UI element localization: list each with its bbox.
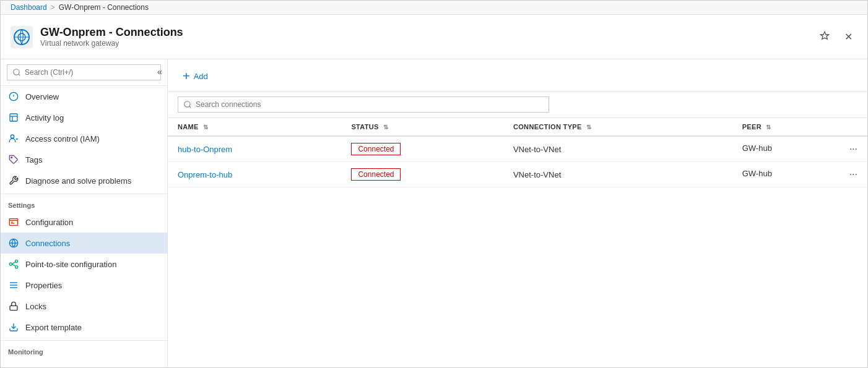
sidebar: « Overview Activity log [1, 59, 168, 367]
pin-button[interactable] [815, 28, 835, 46]
row2-connection-type: VNet-to-VNet [503, 162, 732, 187]
sidebar-item-access-control[interactable]: Access control (IAM) [1, 128, 167, 149]
svg-point-9 [11, 157, 12, 158]
col-header-connection-type: CONNECTION TYPE ⇅ [503, 118, 732, 136]
sidebar-item-tags-label: Tags [25, 155, 42, 165]
table-header: NAME ⇅ STATUS ⇅ CONNECTION TYPE ⇅ [168, 118, 867, 136]
title-actions: ✕ [815, 28, 857, 46]
sort-icon-connection-type[interactable]: ⇅ [586, 124, 591, 131]
svg-rect-5 [10, 114, 17, 121]
breadcrumb-current: GW-Onprem - Connections [59, 3, 149, 12]
configuration-icon [8, 216, 19, 228]
sidebar-item-activity-log[interactable]: Activity log [1, 107, 167, 128]
sidebar-item-locks-label: Locks [25, 302, 46, 311]
sort-icon-status[interactable]: ⇅ [383, 124, 388, 131]
page-title: GW-Onprem - Connections [40, 26, 183, 39]
sidebar-item-configuration-label: Configuration [25, 218, 73, 227]
sidebar-search-input[interactable] [7, 64, 161, 80]
breadcrumb-parent[interactable]: Dashboard [11, 3, 47, 12]
svg-rect-24 [10, 306, 17, 310]
content-toolbar: + Add [168, 59, 867, 92]
sidebar-item-overview-label: Overview [25, 92, 59, 101]
svg-point-16 [9, 263, 12, 265]
sidebar-item-diagnose[interactable]: Diagnose and solve problems [1, 170, 167, 191]
breadcrumb-sep: > [51, 3, 55, 12]
sidebar-item-point-to-site[interactable]: Point-to-site configuration [1, 254, 167, 275]
activity-log-icon [8, 112, 19, 123]
app-icon [11, 26, 33, 48]
add-icon: + [183, 69, 190, 83]
row2-status: Connected [341, 162, 503, 187]
tags-icon [8, 154, 19, 165]
sidebar-item-properties-label: Properties [25, 281, 62, 290]
access-control-icon [8, 133, 19, 144]
table-body: hub-to-Onprem Connected VNet-to-VNet GW-… [168, 136, 867, 187]
search-bar-wrapper [168, 92, 867, 118]
table-row: hub-to-Onprem Connected VNet-to-VNet GW-… [168, 136, 867, 162]
sidebar-collapse-button[interactable]: « [152, 64, 167, 79]
status-badge-row2: Connected [351, 168, 401, 181]
sidebar-item-overview[interactable]: Overview [1, 86, 167, 107]
app-window: Dashboard > GW-Onprem - Connections GW-O… [0, 0, 868, 368]
connections-search-input[interactable] [178, 96, 549, 113]
sidebar-item-connections-label: Connections [25, 239, 70, 248]
row1-peer: GW-hub ··· [732, 136, 867, 162]
point-to-site-icon [8, 259, 19, 270]
row1-actions[interactable]: ··· [849, 143, 857, 155]
sidebar-nav: Overview Activity log Access control (IA… [1, 86, 167, 367]
sidebar-item-tags[interactable]: Tags [1, 149, 167, 170]
svg-rect-10 [9, 219, 17, 226]
content-area: + Add NAME ⇅ [168, 59, 867, 367]
connections-table: NAME ⇅ STATUS ⇅ CONNECTION TYPE ⇅ [168, 118, 867, 187]
row1-connection-type: VNet-to-VNet [503, 136, 732, 162]
title-text-group: GW-Onprem - Connections Virtual network … [40, 26, 183, 48]
sidebar-item-point-to-site-label: Point-to-site configuration [25, 260, 116, 269]
svg-line-20 [12, 264, 15, 266]
row1-status: Connected [341, 136, 503, 162]
sidebar-search-wrapper [1, 59, 167, 86]
sidebar-item-access-control-label: Access control (IAM) [25, 134, 100, 143]
col-header-peer: PEER ⇅ [732, 118, 867, 136]
sidebar-item-locks[interactable]: Locks [1, 296, 167, 317]
svg-point-8 [11, 135, 14, 138]
row1-name[interactable]: hub-to-Onprem [168, 136, 341, 162]
svg-line-19 [12, 262, 15, 264]
locks-icon [8, 301, 19, 312]
diagnose-icon [8, 175, 19, 186]
svg-point-17 [15, 260, 18, 262]
sidebar-item-configuration[interactable]: Configuration [1, 212, 167, 233]
status-badge-row1: Connected [351, 143, 401, 155]
sort-icon-peer[interactable]: ⇅ [766, 124, 771, 131]
sidebar-item-diagnose-label: Diagnose and solve problems [25, 176, 131, 186]
col-header-name: NAME ⇅ [168, 118, 341, 136]
title-bar: GW-Onprem - Connections Virtual network … [1, 15, 867, 59]
row2-name[interactable]: Onprem-to-hub [168, 162, 341, 187]
monitoring-section-label: Monitoring [1, 340, 167, 358]
properties-icon [8, 280, 19, 291]
add-button-label: Add [194, 72, 208, 81]
main-layout: « Overview Activity log [1, 59, 867, 367]
sidebar-item-export-template-label: Export template [25, 323, 82, 332]
settings-section-label: Settings [1, 194, 167, 212]
col-header-status: STATUS ⇅ [341, 118, 503, 136]
table-row: Onprem-to-hub Connected VNet-to-VNet GW-… [168, 162, 867, 187]
connections-table-area: NAME ⇅ STATUS ⇅ CONNECTION TYPE ⇅ [168, 118, 867, 367]
page-subtitle: Virtual network gateway [40, 39, 183, 48]
add-button[interactable]: + Add [178, 67, 213, 86]
close-button[interactable]: ✕ [840, 28, 857, 46]
sidebar-item-activity-log-label: Activity log [25, 113, 64, 122]
sort-icon-name[interactable]: ⇅ [203, 124, 208, 131]
row2-actions[interactable]: ··· [849, 169, 857, 180]
row2-peer: GW-hub ··· [732, 162, 867, 187]
overview-icon [8, 91, 19, 102]
sidebar-item-connections[interactable]: Connections [1, 233, 167, 254]
svg-point-18 [15, 266, 18, 268]
breadcrumb: Dashboard > GW-Onprem - Connections [1, 1, 867, 15]
sidebar-item-export-template[interactable]: Export template [1, 317, 167, 338]
export-template-icon [8, 322, 19, 333]
sidebar-item-properties[interactable]: Properties [1, 275, 167, 296]
connections-icon [8, 237, 19, 249]
